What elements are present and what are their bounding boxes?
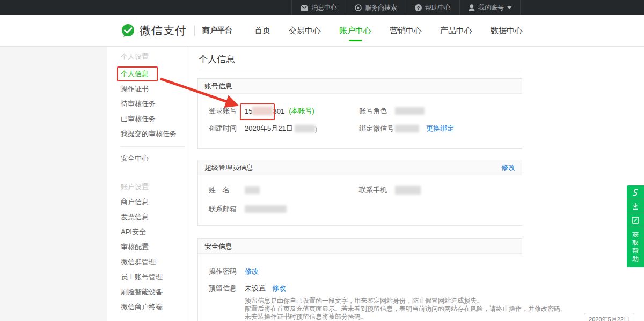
wechat-pay-merchant-page: 消息中心 服务商搜索 ? 帮助中心 我的账号 微信 <box>0 0 644 321</box>
download-icon <box>632 203 639 210</box>
sidebar-item-operation-certificate[interactable]: 操作证书 <box>107 81 185 96</box>
topbar-item-help-center[interactable]: ? 帮助中心 <box>406 0 459 15</box>
brand-name: 微信支付 <box>140 23 187 38</box>
operation-password-label: 操作密码 <box>209 267 237 276</box>
account-icon <box>469 4 475 11</box>
admin-name-value <box>245 186 260 195</box>
link-icon <box>632 188 639 197</box>
redacted-created-by <box>295 125 315 132</box>
sidebar-item-invoice-info[interactable]: 发票信息 <box>107 210 185 225</box>
admin-name-label: 姓 名 <box>209 186 230 195</box>
topbar-menu: 消息中心 服务商搜索 ? 帮助中心 我的账号 <box>291 0 521 15</box>
redacted-role <box>395 107 425 115</box>
topbar-item-messages[interactable]: 消息中心 <box>291 0 346 15</box>
sidebar-item-api-security[interactable]: API安全 <box>107 225 185 240</box>
account-role-label: 账号角色 <box>359 107 387 115</box>
redacted-name <box>245 186 260 194</box>
sidebar-header-account-settings: 账户设置 <box>107 180 185 195</box>
sidebar-item-face-payment-devices[interactable]: 刷脸智能设备 <box>107 285 185 300</box>
page-title: 个人信息 <box>199 53 235 65</box>
sidebar-item-pending-review-tasks[interactable]: 待审核任务 <box>107 96 185 111</box>
chevron-down-icon <box>507 6 511 9</box>
feedback-icon <box>632 217 639 224</box>
sidebar-item-review-config[interactable]: 审核配置 <box>107 240 185 255</box>
admin-email-value <box>245 205 287 213</box>
login-account-label: 登录账号 <box>209 107 237 115</box>
this-account-note: (本账号) <box>289 106 314 116</box>
sidebar-item-merchant-info[interactable]: 商户信息 <box>107 195 185 210</box>
nav-account-center[interactable]: 账户中心 <box>337 15 374 46</box>
topbar-item-provider-search[interactable]: 服务商搜索 <box>346 0 406 15</box>
main-nav: 首页 交易中心 账户中心 营销中心 产品中心 数据中心 <box>252 15 525 46</box>
created-time-value: 2020年5月21日 ) <box>245 124 317 133</box>
created-time-label: 创建时间 <box>209 124 237 133</box>
sidebar-item-personal-info[interactable]: 个人信息 <box>107 66 185 81</box>
super-admin-card-header: 超级管理员信息 修改 <box>198 160 522 175</box>
reserved-info-value: 未设置 修改 <box>245 284 286 293</box>
nav-transaction-center[interactable]: 交易中心 <box>287 15 323 46</box>
sidebar-item-my-submitted-review-tasks[interactable]: 我提交的审核任务 <box>107 126 185 141</box>
admin-phone-label: 联系手机 <box>359 186 387 195</box>
left-gray-strip <box>0 47 107 321</box>
sidebar-item-reviewed-tasks[interactable]: 已审核任务 <box>107 111 185 126</box>
svg-text:?: ? <box>417 5 420 10</box>
topbar: 消息中心 服务商搜索 ? 帮助中心 我的账号 <box>0 0 644 15</box>
get-help-button[interactable]: 获取帮助 <box>627 227 644 267</box>
operation-password-modify-link[interactable]: 修改 <box>245 267 259 276</box>
admin-phone-value <box>395 186 421 195</box>
bound-wechat-label: 绑定微信号 <box>359 124 394 133</box>
reserved-info-modify-link[interactable]: 修改 <box>272 283 286 293</box>
super-admin-card: 超级管理员信息 修改 姓 名 联系手机 联系邮箱 <box>197 160 522 226</box>
security-info-card-header: 安全信息 <box>198 239 522 254</box>
reserved-info-label: 预留信息 <box>209 284 237 293</box>
nav-product-center[interactable]: 产品中心 <box>438 15 474 46</box>
sidebar-item-wechat-merchant-terminal[interactable]: 微信商户终端 <box>107 300 185 315</box>
topbar-item-label: 帮助中心 <box>425 3 451 12</box>
nav-marketing-center[interactable]: 营销中心 <box>387 15 424 46</box>
sidebar-item-security-center[interactable]: 安全中心 <box>107 151 185 166</box>
nav-home[interactable]: 首页 <box>252 15 273 46</box>
account-info-card: 账号信息 登录账号 15 301 (本账号) 账号角色 创建时间 2020年5月… <box>197 78 522 149</box>
toolbar-link-button[interactable] <box>627 185 644 199</box>
brand: 微信支付 商户平台 <box>121 15 232 46</box>
brand-divider <box>194 25 195 36</box>
toolbar-download-button[interactable] <box>627 199 644 213</box>
date-tooltip: 2020年5月22日 <box>584 313 634 321</box>
account-info-title: 账号信息 <box>204 79 232 93</box>
topbar-item-label: 服务商搜索 <box>365 3 397 12</box>
redacted-wechat-id <box>395 125 419 132</box>
account-info-card-header: 账号信息 <box>198 79 522 94</box>
floating-toolbar: 获取帮助 <box>627 185 644 267</box>
sidebar-divider <box>121 146 185 147</box>
account-role-value <box>395 107 425 115</box>
reserved-info-description: 预留信息是由你自己设置的一段文字，用来鉴定网站身份，防止假冒网站造成损失。 配置… <box>245 297 567 321</box>
sidebar-header-personal-settings: 个人设置 <box>107 49 185 64</box>
wechat-pay-logo-icon <box>121 24 135 38</box>
topbar-item-my-account[interactable]: 我的账号 <box>459 0 521 15</box>
sidebar-item-wechat-group-management[interactable]: 微信群管理 <box>107 255 185 270</box>
redacted-login-middle <box>252 107 273 115</box>
login-account-value: 15 301 (本账号) <box>245 107 314 115</box>
message-icon <box>301 5 308 11</box>
security-info-title: 安全信息 <box>204 239 232 253</box>
sidebar-item-staff-account-management[interactable]: 员工账号管理 <box>107 270 185 285</box>
topbar-item-label: 消息中心 <box>311 3 337 12</box>
sidebar: 个人设置 个人信息 操作证书 待审核任务 已审核任务 我提交的审核任务 安全中心… <box>107 47 185 321</box>
admin-email-label: 联系邮箱 <box>209 205 237 213</box>
security-info-card: 安全信息 操作密码 修改 预留信息 未设置 修改 预留信息是由你自己设置的一段文… <box>197 238 522 321</box>
search-icon <box>355 4 362 11</box>
redacted-phone <box>395 186 421 195</box>
title-divider <box>199 70 522 70</box>
bound-wechat-value: 更换绑定 <box>395 124 454 133</box>
rebind-link[interactable]: 更换绑定 <box>426 124 454 133</box>
redacted-email <box>245 205 287 213</box>
topbar-item-label: 我的账号 <box>478 3 504 12</box>
toolbar-feedback-button[interactable] <box>627 213 644 227</box>
nav-data-center[interactable]: 数据中心 <box>488 15 525 46</box>
help-icon: ? <box>415 4 422 11</box>
super-admin-title: 超级管理员信息 <box>204 160 253 175</box>
brand-portal: 商户平台 <box>202 26 232 35</box>
super-admin-modify-link[interactable]: 修改 <box>501 160 515 175</box>
reserved-info-status: 未设置 <box>245 283 266 293</box>
header: 微信支付 商户平台 首页 交易中心 账户中心 营销中心 产品中心 数据中心 <box>0 15 644 47</box>
